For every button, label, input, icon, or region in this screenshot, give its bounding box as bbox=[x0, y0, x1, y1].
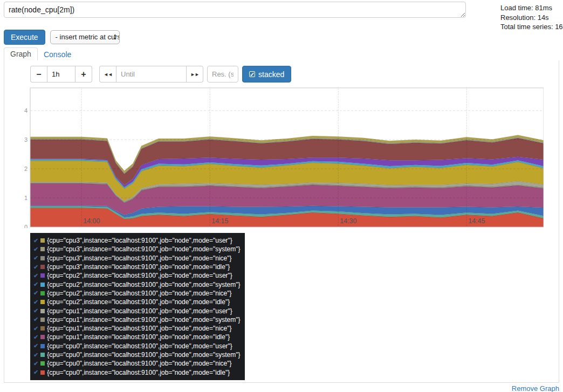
range-decrease-button[interactable]: − bbox=[30, 66, 47, 82]
insert-metric-select-label: - insert metric at cursor - bbox=[56, 33, 120, 41]
legend-item[interactable]: ✔{cpu="cpu1",instance="localhost:9100",j… bbox=[33, 324, 242, 333]
legend-series-label: {cpu="cpu0",instance="localhost:9100",jo… bbox=[47, 351, 240, 359]
legend-color-swatch bbox=[40, 273, 45, 278]
legend-check-icon: ✔ bbox=[33, 290, 38, 297]
legend-color-swatch bbox=[40, 361, 45, 366]
legend-item[interactable]: ✔{cpu="cpu1",instance="localhost:9100",j… bbox=[33, 333, 242, 341]
x-axis-tick-label: 14:00 bbox=[83, 217, 100, 225]
stacked-label: stacked bbox=[258, 70, 284, 79]
legend-series-label: {cpu="cpu0",instance="localhost:9100",jo… bbox=[47, 369, 230, 376]
x-axis-tick-label: 14:45 bbox=[468, 217, 485, 225]
legend-item[interactable]: ✔{cpu="cpu2",instance="localhost:9100",j… bbox=[33, 271, 242, 280]
graph-panel: − + ◄◄ ►► stacked 14:0014:1514:3014:4501… bbox=[4, 60, 559, 383]
legend-series-label: {cpu="cpu2",instance="localhost:9100",jo… bbox=[47, 272, 232, 279]
legend-item[interactable]: ✔{cpu="cpu3",instance="localhost:9100",j… bbox=[33, 245, 242, 253]
graph-controls: − + ◄◄ ►► stacked bbox=[30, 66, 291, 82]
execute-button[interactable]: Execute bbox=[4, 30, 45, 45]
total-time-series: Total time series: 16 bbox=[500, 22, 563, 32]
resolution-input[interactable] bbox=[207, 66, 238, 82]
legend-item[interactable]: ✔{cpu="cpu0",instance="localhost:9100",j… bbox=[33, 342, 242, 350]
legend-color-swatch bbox=[40, 353, 45, 357]
load-time: Load time: 81ms bbox=[500, 3, 563, 13]
y-axis-tick-label: 4 bbox=[24, 107, 28, 114]
seek-back-button[interactable]: ◄◄ bbox=[99, 66, 116, 82]
legend-check-icon: ✔ bbox=[33, 307, 38, 314]
time-input-group: ◄◄ ►► bbox=[99, 66, 203, 82]
y-axis-tick-label: 1 bbox=[24, 195, 28, 201]
legend-check-icon: ✔ bbox=[33, 369, 38, 376]
stacked-area-chart[interactable]: 14:0014:1514:3014:4501234 bbox=[19, 85, 544, 228]
range-input[interactable] bbox=[47, 66, 75, 82]
legend-series-label: {cpu="cpu1",instance="localhost:9100",jo… bbox=[47, 325, 231, 332]
tab-graph[interactable]: Graph bbox=[4, 47, 38, 61]
range-input-group: − + bbox=[30, 66, 92, 82]
legend-color-swatch bbox=[40, 247, 45, 251]
legend-check-icon: ✔ bbox=[33, 360, 38, 367]
x-axis-tick-label: 14:30 bbox=[340, 217, 356, 225]
tab-bar: Graph Console bbox=[4, 47, 559, 61]
legend-series-label: {cpu="cpu2",instance="localhost:9100",jo… bbox=[47, 281, 240, 288]
prometheus-expression-browser: rate(node_cpu[2m]) Load time: 81ms Resol… bbox=[0, 0, 563, 392]
legend-item[interactable]: ✔{cpu="cpu0",instance="localhost:9100",j… bbox=[33, 359, 242, 368]
legend-color-swatch bbox=[40, 318, 45, 322]
legend-color-swatch bbox=[40, 370, 45, 375]
legend-series-label: {cpu="cpu2",instance="localhost:9100",jo… bbox=[47, 290, 231, 297]
legend-item[interactable]: ✔{cpu="cpu0",instance="localhost:9100",j… bbox=[33, 368, 242, 376]
legend-series-label: {cpu="cpu0",instance="localhost:9100",jo… bbox=[47, 342, 232, 350]
stacked-toggle-button[interactable]: stacked bbox=[242, 66, 291, 82]
legend-item[interactable]: ✔{cpu="cpu2",instance="localhost:9100",j… bbox=[33, 280, 242, 288]
legend-check-icon: ✔ bbox=[33, 334, 38, 341]
expression-input[interactable]: rate(node_cpu[2m]) bbox=[4, 2, 466, 18]
legend-color-swatch bbox=[40, 256, 45, 260]
legend-check-icon: ✔ bbox=[33, 352, 38, 359]
until-input[interactable] bbox=[116, 66, 187, 82]
legend-item[interactable]: ✔{cpu="cpu1",instance="localhost:9100",j… bbox=[33, 306, 242, 315]
legend-item[interactable]: ✔{cpu="cpu3",instance="localhost:9100",j… bbox=[33, 263, 242, 271]
legend-item[interactable]: ✔{cpu="cpu2",instance="localhost:9100",j… bbox=[33, 289, 242, 298]
legend-series-label: {cpu="cpu3",instance="localhost:9100",jo… bbox=[47, 263, 230, 271]
legend-color-swatch bbox=[40, 326, 45, 331]
x-axis-tick-label: 14:15 bbox=[211, 217, 228, 225]
insert-metric-select[interactable]: - insert metric at cursor - ▲▼ bbox=[50, 30, 120, 44]
legend-series-label: {cpu="cpu2",instance="localhost:9100",jo… bbox=[47, 298, 230, 306]
legend-check-icon: ✔ bbox=[33, 325, 38, 332]
legend-color-swatch bbox=[40, 291, 45, 295]
tab-console[interactable]: Console bbox=[38, 49, 77, 61]
seek-forward-button[interactable]: ►► bbox=[187, 66, 203, 82]
legend-check-icon: ✔ bbox=[33, 272, 38, 279]
range-increase-button[interactable]: + bbox=[75, 66, 92, 82]
query-stats: Load time: 81ms Resolution: 14s Total ti… bbox=[500, 3, 563, 32]
execute-row: Execute - insert metric at cursor - ▲▼ bbox=[4, 30, 120, 45]
y-axis-tick-label: 0 bbox=[24, 224, 28, 228]
legend-check-icon: ✔ bbox=[33, 299, 38, 306]
legend-check-icon: ✔ bbox=[33, 264, 38, 271]
legend-item[interactable]: ✔{cpu="cpu1",instance="localhost:9100",j… bbox=[33, 315, 242, 324]
legend-check-icon: ✔ bbox=[33, 246, 38, 253]
legend-series-label: {cpu="cpu3",instance="localhost:9100",jo… bbox=[47, 245, 240, 253]
legend-item[interactable]: ✔{cpu="cpu2",instance="localhost:9100",j… bbox=[33, 298, 242, 306]
y-axis-tick-label: 3 bbox=[24, 136, 28, 143]
remove-graph-link[interactable]: Remove Graph bbox=[512, 384, 559, 392]
legend-series-label: {cpu="cpu1",instance="localhost:9100",jo… bbox=[47, 333, 230, 341]
legend-series-label: {cpu="cpu3",instance="localhost:9100",jo… bbox=[47, 237, 232, 244]
series-legend: ✔{cpu="cpu3",instance="localhost:9100",j… bbox=[30, 233, 245, 380]
legend-color-swatch bbox=[40, 344, 45, 348]
legend-check-icon: ✔ bbox=[33, 342, 38, 349]
legend-item[interactable]: ✔{cpu="cpu3",instance="localhost:9100",j… bbox=[33, 236, 242, 245]
legend-color-swatch bbox=[40, 265, 45, 269]
checked-icon bbox=[249, 71, 255, 77]
legend-color-swatch bbox=[40, 309, 45, 313]
legend-series-label: {cpu="cpu1",instance="localhost:9100",jo… bbox=[47, 316, 240, 324]
legend-item[interactable]: ✔{cpu="cpu0",instance="localhost:9100",j… bbox=[33, 350, 242, 359]
legend-series-label: {cpu="cpu1",instance="localhost:9100",jo… bbox=[47, 307, 232, 315]
legend-color-swatch bbox=[40, 283, 45, 287]
legend-check-icon: ✔ bbox=[33, 316, 38, 323]
legend-color-swatch bbox=[40, 335, 45, 339]
legend-series-label: {cpu="cpu0",instance="localhost:9100",jo… bbox=[47, 360, 231, 367]
legend-check-icon: ✔ bbox=[33, 281, 38, 288]
select-spinner-icon: ▲▼ bbox=[113, 33, 117, 40]
legend-item[interactable]: ✔{cpu="cpu3",instance="localhost:9100",j… bbox=[33, 254, 242, 263]
resolution: Resolution: 14s bbox=[500, 13, 563, 23]
legend-check-icon: ✔ bbox=[33, 237, 38, 244]
legend-series-label: {cpu="cpu3",instance="localhost:9100",jo… bbox=[47, 255, 231, 262]
